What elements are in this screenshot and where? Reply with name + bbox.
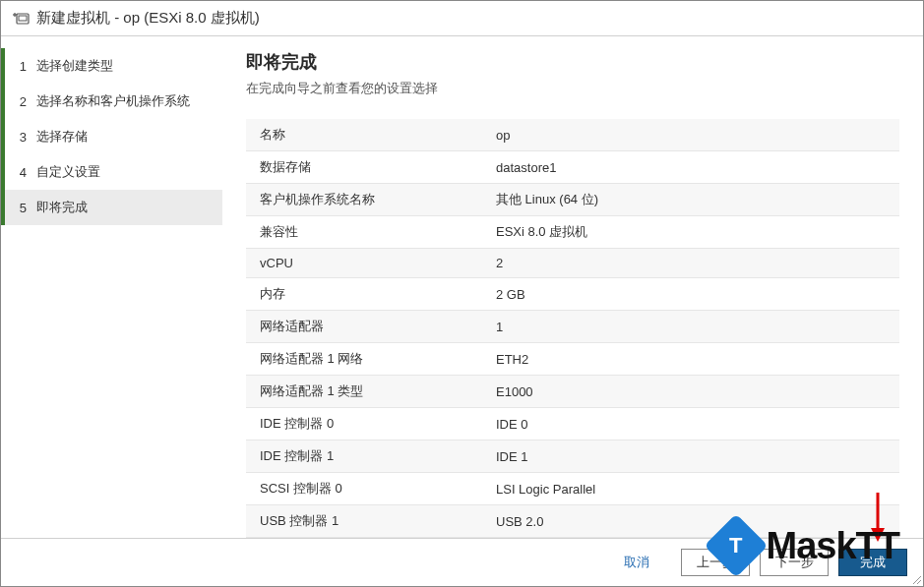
summary-label: 客户机操作系统名称 [246,184,482,216]
summary-table: 名称op 数据存储datastore1 客户机操作系统名称其他 Linux (6… [246,119,899,538]
table-row: USB 控制器 1USB 2.0 [246,505,899,538]
table-row: 兼容性ESXi 8.0 虚拟机 [246,216,899,249]
step-number: 1 [15,59,27,74]
step-select-creation-type[interactable]: 1 选择创建类型 [1,48,222,84]
svg-line-6 [913,576,921,584]
summary-value: LSI Logic Parallel [482,473,899,505]
content-heading: 即将完成 [246,50,899,74]
finish-button[interactable]: 完成 [838,549,907,576]
dialog-titlebar: 新建虚拟机 - op (ESXi 8.0 虚拟机) [1,1,923,36]
table-row: 名称op [246,119,899,151]
table-row: IDE 控制器 1IDE 1 [246,440,899,473]
svg-line-7 [917,580,921,584]
wizard-content: 即将完成 在完成向导之前查看您的设置选择 名称op 数据存储datastore1… [222,36,923,538]
step-label: 选择名称和客户机操作系统 [36,92,190,110]
table-row: vCPU2 [246,249,899,278]
step-number: 5 [15,201,27,215]
summary-value: IDE 0 [482,408,899,440]
step-number: 2 [15,94,27,109]
table-row: 数据存储datastore1 [246,151,899,184]
content-subtitle: 在完成向导之前查看您的设置选择 [246,80,899,97]
table-row: 网络适配器1 [246,311,899,343]
step-number: 4 [15,165,27,180]
new-vm-wizard-dialog: 新建虚拟机 - op (ESXi 8.0 虚拟机) 1 选择创建类型 2 选择名… [0,0,924,587]
summary-label: 网络适配器 [246,311,482,343]
summary-value: E1000 [482,376,899,408]
summary-label: 网络适配器 1 网络 [246,343,482,376]
summary-label: 数据存储 [246,151,482,184]
step-label: 即将完成 [36,199,88,216]
table-row: 网络适配器 1 网络ETH2 [246,343,899,376]
step-label: 选择创建类型 [36,57,113,75]
wizard-steps-sidebar: 1 选择创建类型 2 选择名称和客户机操作系统 3 选择存储 4 自定义设置 5… [1,36,222,538]
svg-rect-1 [19,16,27,21]
step-select-storage[interactable]: 3 选择存储 [1,119,222,154]
summary-value: ESXi 8.0 虚拟机 [482,216,899,249]
next-button[interactable]: 下一步 [760,549,829,576]
summary-label: IDE 控制器 0 [246,408,482,440]
summary-value: IDE 1 [482,440,899,473]
summary-value: USB 2.0 [482,505,899,538]
table-row: SCSI 控制器 0LSI Logic Parallel [246,473,899,505]
resize-grip-icon[interactable] [911,574,921,584]
summary-label: vCPU [246,249,482,278]
summary-label: USB 控制器 1 [246,505,482,538]
summary-label: 网络适配器 1 类型 [246,376,482,408]
step-ready-to-complete[interactable]: 5 即将完成 [1,190,222,225]
summary-value: 1 [482,311,899,343]
summary-label: SCSI 控制器 0 [246,473,482,505]
summary-value: op [482,119,899,151]
new-vm-icon [13,12,31,26]
step-label: 选择存储 [36,128,88,146]
step-number: 3 [15,130,27,145]
summary-value: datastore1 [482,151,899,184]
dialog-footer: 取消 上一步 下一步 完成 [1,538,923,586]
step-label: 自定义设置 [36,163,100,181]
summary-value: 其他 Linux (64 位) [482,184,899,216]
summary-label: IDE 控制器 1 [246,440,482,473]
summary-label: 兼容性 [246,216,482,249]
table-row: IDE 控制器 0IDE 0 [246,408,899,440]
table-row: 内存2 GB [246,278,899,311]
table-row: 客户机操作系统名称其他 Linux (64 位) [246,184,899,216]
summary-label: 内存 [246,278,482,311]
table-row: 网络适配器 1 类型E1000 [246,376,899,408]
summary-label: 名称 [246,119,482,151]
summary-value: 2 [482,249,899,278]
cancel-button[interactable]: 取消 [602,549,671,576]
back-button[interactable]: 上一步 [681,549,750,576]
summary-value: 2 GB [482,278,899,311]
step-select-name-guest-os[interactable]: 2 选择名称和客户机操作系统 [1,84,222,119]
step-customize-settings[interactable]: 4 自定义设置 [1,154,222,190]
dialog-body: 1 选择创建类型 2 选择名称和客户机操作系统 3 选择存储 4 自定义设置 5… [1,36,923,538]
dialog-title: 新建虚拟机 - op (ESXi 8.0 虚拟机) [36,9,260,28]
summary-value: ETH2 [482,343,899,376]
